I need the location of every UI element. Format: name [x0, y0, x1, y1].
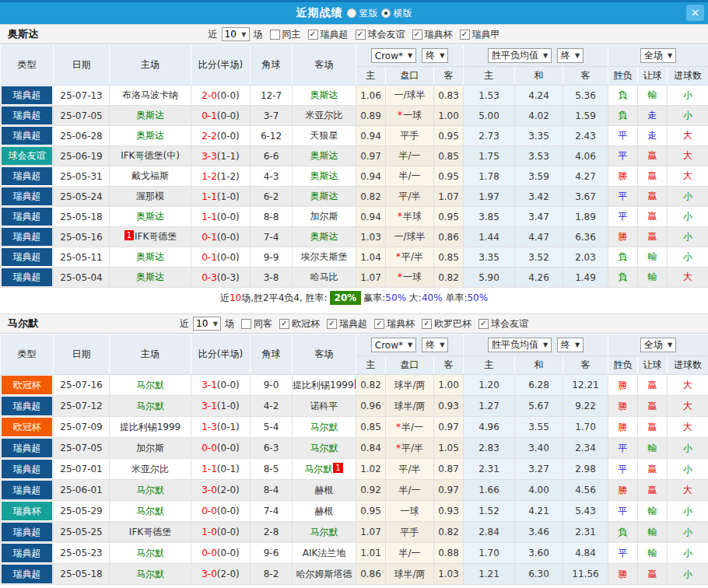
- home-team[interactable]: 布洛马波卡纳: [122, 89, 178, 100]
- away-team[interactable]: 奥斯达: [310, 231, 338, 242]
- asian-handicap-line: 半/一: [386, 543, 434, 564]
- league-filter-label[interactable]: 欧冠杯: [292, 317, 320, 331]
- result-verdict: 平: [608, 146, 638, 166]
- odds-source-select[interactable]: 全场▼: [640, 48, 676, 63]
- away-team[interactable]: 奥斯达: [310, 150, 338, 161]
- home-team[interactable]: 马尔默: [136, 485, 164, 495]
- home-team[interactable]: 渥那模: [136, 191, 164, 201]
- handicap-verdict-text: 贏: [648, 422, 657, 432]
- away-team[interactable]: 马尔默: [304, 464, 332, 474]
- halftime-score: (0-0): [217, 380, 240, 390]
- league-filter-label[interactable]: 同客: [254, 317, 272, 331]
- home-team[interactable]: 提比利锡1999: [120, 422, 181, 432]
- league-filter-checkbox[interactable]: [412, 30, 422, 40]
- away-team[interactable]: 米亚尔比: [306, 110, 343, 121]
- layout-radio[interactable]: [347, 9, 356, 18]
- odds-source-select[interactable]: 终▼: [422, 338, 448, 352]
- league-filter-checkbox[interactable]: [422, 319, 432, 329]
- away-team[interactable]: 马尔默: [310, 443, 338, 453]
- away-team[interactable]: 奥斯达: [310, 191, 338, 201]
- league-cell: 瑞典超: [1, 268, 54, 288]
- odds-source-select[interactable]: Crow*▼: [371, 48, 416, 63]
- league-filter-label[interactable]: 球会友谊: [368, 28, 405, 41]
- away-team[interactable]: 马尔默: [310, 527, 338, 537]
- league-filter-checkbox[interactable]: [460, 30, 470, 40]
- away-team[interactable]: AIK法兰地: [303, 548, 346, 558]
- home-team[interactable]: IFK哥德堡: [135, 231, 177, 242]
- euro-draw-odds: 4.47: [515, 227, 563, 247]
- league-filter-label[interactable]: 瑞典杯: [387, 317, 415, 331]
- odds-source-select[interactable]: 全场▼: [640, 338, 676, 352]
- league-filter-label[interactable]: 瑞典杯: [425, 28, 453, 41]
- home-team[interactable]: 奥斯达: [136, 271, 164, 282]
- away-team[interactable]: 诺科平: [310, 401, 338, 411]
- home-team[interactable]: 马尔默: [136, 380, 164, 390]
- layout-radio[interactable]: [381, 9, 391, 18]
- odds-source-select[interactable]: Crow*▼: [371, 338, 416, 352]
- league-filter-checkbox[interactable]: [356, 30, 366, 40]
- league-filter-checkbox[interactable]: [478, 319, 489, 329]
- recent-count-select[interactable]: 10▼: [193, 317, 221, 331]
- away-cell: 哈尔姆斯塔德: [293, 564, 356, 585]
- home-team[interactable]: 马尔默: [136, 401, 164, 411]
- asian-handicap-line: *平/半: [386, 247, 434, 268]
- home-team[interactable]: IFK哥德堡(中): [121, 150, 180, 161]
- away-team[interactable]: 提比利锡1999: [293, 380, 354, 390]
- layout-radio-label[interactable]: 横版: [394, 7, 412, 20]
- league-filter-label[interactable]: 瑞典超: [339, 317, 367, 331]
- league-filter-checkbox[interactable]: [374, 319, 384, 329]
- home-team[interactable]: 奥斯达: [136, 251, 164, 262]
- away-team[interactable]: 加尔斯: [310, 211, 338, 222]
- league-filter-label[interactable]: 瑞典甲: [472, 28, 500, 41]
- goals-verdict-text: 小: [683, 569, 692, 579]
- euro-draw-odds: 3.40: [515, 438, 563, 459]
- league-filter-checkbox[interactable]: [241, 319, 251, 329]
- close-button[interactable]: ✕: [686, 5, 704, 21]
- home-team[interactable]: 加尔斯: [136, 443, 164, 453]
- away-team[interactable]: 天狼星: [310, 130, 338, 141]
- league-filter-checkbox[interactable]: [270, 30, 280, 40]
- halftime-score: (0-0): [217, 90, 240, 101]
- away-team[interactable]: 赫根: [315, 485, 334, 495]
- odds-source-select[interactable]: 终▼: [557, 338, 584, 352]
- odds-source-select[interactable]: 终▼: [557, 48, 584, 63]
- home-team[interactable]: 戴戈福斯: [131, 170, 169, 181]
- league-filter-checkbox[interactable]: [327, 319, 337, 329]
- away-team[interactable]: 奥斯达: [310, 89, 338, 100]
- home-team[interactable]: 奥斯达: [136, 110, 164, 121]
- home-team[interactable]: 米亚尔比: [131, 464, 169, 474]
- home-team[interactable]: 马尔默: [136, 506, 164, 516]
- asian-handicap-line: 一球: [386, 501, 434, 522]
- home-team[interactable]: 马尔默: [136, 569, 164, 579]
- away-team[interactable]: 奥斯达: [310, 170, 338, 181]
- league-filter-label[interactable]: 瑞典超: [321, 28, 349, 41]
- league-filter-checkbox[interactable]: [308, 30, 318, 40]
- home-cell: 1IFK哥德堡: [110, 227, 191, 247]
- odds-source-select[interactable]: 胜平负均值▼: [488, 338, 552, 352]
- column-header: 日期: [54, 45, 110, 86]
- league-filter-label[interactable]: 欧罗巴杯: [434, 317, 471, 331]
- odds-source-select[interactable]: 终▼: [422, 48, 448, 63]
- home-team[interactable]: 奥斯达: [136, 130, 164, 141]
- away-team[interactable]: 埃尔夫斯堡: [301, 251, 348, 262]
- handicap-verdict-text: 贏: [648, 191, 657, 201]
- home-team[interactable]: 奥斯达: [136, 211, 164, 222]
- result-verdict-text: 勝: [619, 422, 628, 432]
- away-team[interactable]: 哈马比: [310, 271, 338, 282]
- away-team[interactable]: 马尔默: [310, 422, 338, 432]
- home-team[interactable]: 马尔默: [136, 548, 164, 558]
- away-team[interactable]: 哈尔姆斯塔德: [296, 569, 352, 579]
- asian-home-odds: 1.07: [356, 522, 386, 543]
- league-filter-label[interactable]: 同主: [282, 28, 301, 41]
- home-team[interactable]: IFK哥德堡: [129, 527, 171, 537]
- halftime-score: (0-3): [217, 272, 240, 283]
- odds-source-select[interactable]: 胜平负均值▼: [488, 48, 552, 63]
- recent-count-select[interactable]: 10▼: [222, 27, 250, 41]
- layout-radio-label[interactable]: 竖版: [359, 7, 378, 20]
- handicap-line-text: 平/半: [398, 464, 420, 474]
- league-filter-label[interactable]: 球会友谊: [491, 317, 528, 331]
- recent-count-select-value: 10: [196, 318, 208, 329]
- away-team[interactable]: 赫根: [315, 506, 334, 516]
- star-icon: *: [396, 422, 401, 432]
- league-filter-checkbox[interactable]: [279, 319, 289, 329]
